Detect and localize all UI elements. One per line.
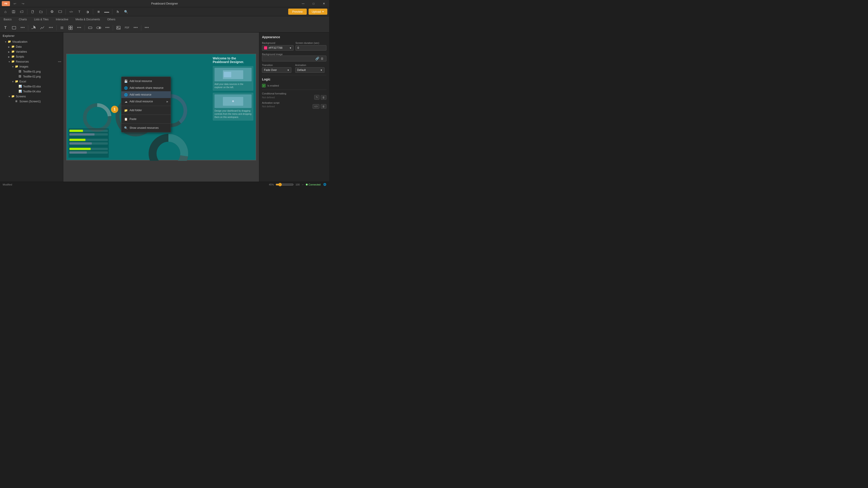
lists-more-icon[interactable]: ••• — [75, 24, 83, 31]
bg-image-input[interactable]: 🔗 🗑 — [262, 56, 327, 61]
line-chart-icon[interactable] — [39, 24, 46, 31]
resources-more-button[interactable]: ••• — [58, 60, 61, 64]
expand-arrow: ▼ — [12, 80, 15, 83]
tree-label: Excel — [20, 80, 61, 83]
tab-others[interactable]: Others — [103, 16, 119, 23]
background-color-picker[interactable]: #FF327788 ▼ — [262, 45, 293, 51]
new-file-button[interactable] — [29, 8, 36, 15]
menu-add-local[interactable]: 💾 Add local resource — [121, 78, 170, 85]
tree-item-excel[interactable]: ▼ 📁 Excel — [0, 79, 63, 84]
tree-item-screens[interactable]: ▼ 📁 Screens — [0, 94, 63, 99]
toggle-icon[interactable] — [95, 24, 102, 31]
globe-icon[interactable]: 🌐 — [323, 183, 327, 186]
screen-duration-label: Screen duration (sec) — [296, 41, 327, 44]
bg-image-delete-button[interactable]: 🗑 — [320, 57, 324, 60]
redo-button[interactable]: ↪ — [20, 0, 27, 7]
activation-script-delete-button[interactable]: 🗑 — [321, 104, 327, 109]
expand-arrow: ▼ — [8, 61, 11, 63]
settings-button[interactable]: ⚙ — [49, 8, 56, 15]
image-icon[interactable] — [115, 24, 122, 31]
properties-panel: Appearance Background #FF327788 ▼ Screen… — [259, 33, 329, 182]
zoom-100-icon[interactable]: 100 — [296, 183, 300, 186]
menu-show-unused[interactable]: 🔍 Show unused resources — [121, 125, 170, 131]
tree-item-testfile03[interactable]: 📊 Testfile-03.xlsx — [0, 84, 63, 89]
interactive-more-icon[interactable]: ••• — [104, 24, 111, 31]
datasource-thumb — [215, 68, 252, 81]
menu-add-folder[interactable]: 📁 Add folder — [121, 107, 170, 113]
image-file-icon: 🖼 — [19, 75, 22, 78]
grid-icon[interactable] — [67, 24, 74, 31]
charts-more-icon[interactable]: ••• — [47, 24, 55, 31]
open-folder-button[interactable] — [18, 8, 25, 15]
menu-add-network[interactable]: 🌐 Add network share resource — [121, 85, 170, 91]
input-icon[interactable] — [87, 24, 94, 31]
pie-chart-icon[interactable] — [30, 24, 37, 31]
tab-basics[interactable]: Basics — [0, 16, 15, 23]
tree-item-scripts[interactable]: ▶ 📁 Scripts — [0, 54, 63, 59]
tab-interactive[interactable]: Interactive — [52, 16, 72, 23]
tree-item-visualization[interactable]: ▼ 📁 Visualization — [0, 39, 63, 44]
media-more-icon[interactable]: ••• — [132, 24, 139, 31]
list-icon[interactable] — [58, 24, 66, 31]
basics-more-icon[interactable]: ••• — [19, 24, 26, 31]
color-dropdown-arrow[interactable]: ▼ — [289, 47, 291, 49]
cond-formatting-delete-button[interactable]: 🗑 — [321, 95, 327, 100]
tree-item-testfile04[interactable]: 📊 Testfile-04.xlsx — [0, 89, 63, 94]
theme-button[interactable]: ◑ — [84, 8, 91, 15]
save-button[interactable] — [10, 8, 17, 15]
home-button[interactable]: ⌂ — [2, 8, 9, 15]
tree-item-images[interactable]: ▼ 📁 Images — [0, 64, 63, 69]
tree-item-testfile02[interactable]: 🖼 Testfile-02.png — [0, 74, 63, 79]
sep-ctrl2 — [56, 25, 57, 31]
tree-item-testfile01[interactable]: 🖼 Testfile-01.png — [0, 69, 63, 74]
modified-status: Modified — [3, 183, 267, 186]
folder-icon: 📁 — [15, 65, 19, 68]
upload-button[interactable]: Upload ▼ — [309, 8, 327, 15]
text-control-icon[interactable]: T — [2, 24, 9, 31]
search-button[interactable]: 🔍 — [122, 8, 129, 15]
preview-button[interactable]: Preview — [288, 8, 307, 15]
close-button[interactable]: ✕ — [319, 0, 329, 7]
screen-duration-input[interactable] — [296, 45, 327, 51]
text-format-button[interactable]: T — [76, 8, 83, 15]
tree-label: Testfile-04.xlsx — [23, 90, 61, 93]
tab-lists-tiles[interactable]: Lists & Tiles — [31, 16, 52, 23]
cloud-resource-icon: ☁ — [124, 100, 128, 103]
cond-formatting-edit-button[interactable]: ✎ — [314, 95, 319, 100]
is-enabled-checkbox[interactable]: ✓ — [262, 84, 266, 88]
menu-add-cloud[interactable]: ☁ Add cloud resource ▶ — [121, 98, 170, 105]
tree-label: Variables — [16, 50, 61, 53]
bg-image-link-button[interactable]: 🔗 — [315, 57, 320, 60]
menu-add-web[interactable]: 🌐 Add web resource — [121, 91, 170, 98]
tree-item-screen1[interactable]: 🖥 Screen (Screen1) — [0, 99, 63, 104]
canvas-area[interactable]: 💾 Add local resource 🌐 Add network share… — [63, 33, 259, 182]
font-button[interactable]: h — [114, 8, 121, 15]
barcode2-button[interactable]: ▬▬ — [103, 8, 110, 15]
maximize-button[interactable]: □ — [308, 0, 319, 7]
fit-icon[interactable]: ↔ — [302, 183, 304, 186]
rect-control-icon[interactable] — [10, 24, 18, 31]
barcode-button[interactable]: ▦ — [95, 8, 102, 15]
minimize-button[interactable]: — — [298, 0, 308, 7]
code-button[interactable]: </> — [68, 8, 75, 15]
animation-value: Default — [297, 68, 306, 72]
activation-script-code-button[interactable]: </> — [313, 104, 319, 109]
tree-label: Testfile-01.png — [23, 70, 61, 73]
zoom-slider[interactable] — [276, 183, 293, 186]
menu-paste[interactable]: 📋 Paste — [121, 116, 170, 123]
open-file-button[interactable] — [37, 8, 44, 15]
tab-charts[interactable]: Charts — [15, 16, 30, 23]
screens-button[interactable] — [57, 8, 64, 15]
cond-formatting-value: Not defined — [262, 96, 313, 99]
animation-dropdown[interactable]: Default ▼ — [295, 67, 324, 73]
svg-point-26 — [153, 138, 184, 161]
background-row: Background #FF327788 ▼ Screen duration (… — [262, 41, 327, 51]
tree-item-data[interactable]: ▶ 📁 Data — [0, 44, 63, 49]
tab-media-docs[interactable]: Media & Documents — [72, 16, 103, 23]
others-more-icon[interactable]: ••• — [143, 24, 150, 31]
tree-item-resources[interactable]: ▼ 📁 Resources ••• — [0, 59, 63, 64]
pdf-icon[interactable]: PDF — [123, 24, 131, 31]
undo-button[interactable]: ↩ — [11, 0, 19, 7]
transition-dropdown[interactable]: Fade Over ▼ — [262, 67, 291, 73]
tree-item-variables[interactable]: ▶ 📁 Variables — [0, 49, 63, 54]
